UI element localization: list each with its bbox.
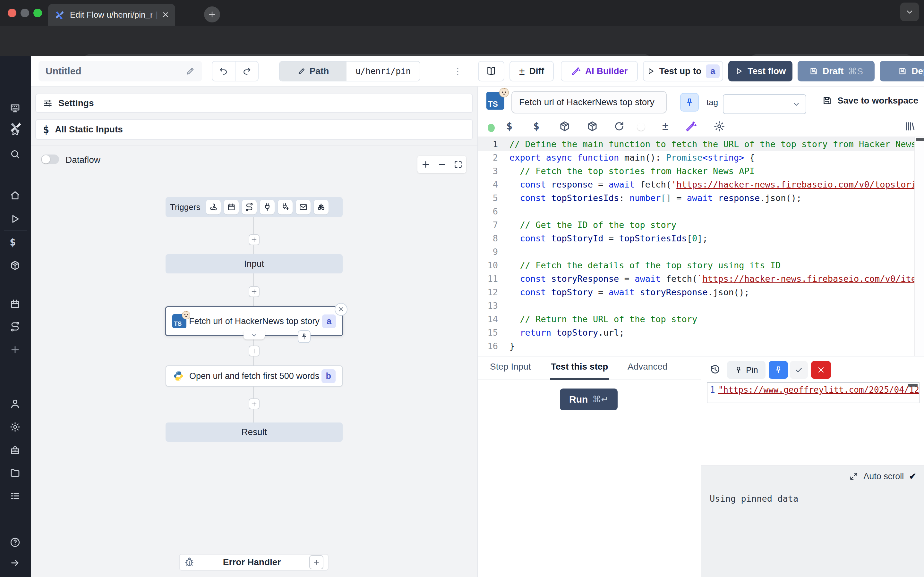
sidebar-item-runs[interactable] (10, 213, 21, 224)
triggers-node[interactable]: Triggers (166, 197, 342, 217)
tag-select[interactable] (723, 94, 806, 114)
new-tab-button[interactable] (204, 6, 220, 23)
minimize-window-button[interactable] (21, 9, 29, 17)
library-icon[interactable] (904, 121, 916, 132)
maximize-window-button[interactable] (33, 9, 42, 17)
edit-name-pencil-icon[interactable] (186, 66, 195, 76)
package-icon[interactable] (559, 121, 570, 132)
code-line-3[interactable]: 3 // Fetch the top stories from Hacker N… (478, 164, 924, 177)
input-node[interactable]: Input (166, 254, 342, 274)
sidebar-item-apps[interactable] (10, 103, 21, 114)
result-node[interactable]: Result (166, 422, 342, 442)
pinned-step-icon[interactable] (298, 330, 310, 343)
code-line-2[interactable]: 2export async function main(): Promise<s… (478, 151, 924, 164)
tab-step-input[interactable]: Step Input (490, 362, 531, 372)
diff-icon[interactable]: ± (662, 119, 669, 133)
sidebar-item-schedules[interactable] (10, 298, 21, 309)
code-line-6[interactable]: 6 (478, 205, 924, 218)
accept-pin-button[interactable] (790, 361, 808, 379)
editor-minimap[interactable] (914, 137, 924, 356)
code-line-11[interactable]: 11 const storyResponse = await fetch(`ht… (478, 272, 924, 285)
code-line-9[interactable]: 9 (478, 245, 924, 258)
insert-step-button[interactable] (249, 346, 260, 356)
flow-settings-card[interactable]: Settings (35, 93, 473, 113)
sidebar-item-home[interactable] (10, 190, 21, 201)
pin-toggle-button[interactable] (680, 93, 699, 111)
sidebar-item-search[interactable] (10, 149, 21, 160)
expand-step-chevron[interactable] (244, 331, 265, 340)
resource-icon[interactable]: $ (533, 121, 540, 131)
run-button[interactable]: Run ⌘↵ (560, 388, 618, 410)
step-b-node[interactable]: Open url and fetch first 500 words of ..… (166, 366, 342, 387)
code-line-13[interactable]: 13 (478, 299, 924, 312)
pinned-active-button[interactable] (769, 361, 788, 379)
diff-button[interactable]: ±Diff (509, 61, 554, 81)
websocket-trigger-icon[interactable] (260, 200, 275, 214)
pin-chip-button[interactable]: Pin (727, 361, 766, 379)
package-alt-icon[interactable] (586, 121, 598, 132)
settings-gear-icon[interactable] (714, 121, 725, 132)
sidebar-item-users[interactable] (10, 398, 21, 409)
save-to-workspace-button[interactable]: Save to workspace (822, 95, 918, 106)
expand-arrows-icon[interactable] (849, 472, 858, 481)
deploy-button[interactable]: Deploy (880, 61, 924, 81)
ai-wand-icon[interactable] (685, 121, 697, 132)
flow-name-field[interactable]: Untitled (39, 61, 202, 81)
sidebar-item-favorites[interactable] (10, 126, 21, 137)
sidebar-item-expand[interactable] (10, 558, 21, 568)
insert-step-button[interactable] (249, 398, 260, 409)
toolbar-kebab-icon[interactable] (453, 66, 463, 77)
step-name-input[interactable] (511, 91, 667, 113)
fit-view-icon[interactable] (454, 160, 463, 169)
webhook-trigger-icon[interactable] (206, 200, 221, 214)
draft-button[interactable]: Draft ⌘S (798, 61, 875, 81)
insert-step-button[interactable] (249, 286, 260, 297)
remove-pin-button[interactable] (811, 361, 831, 379)
browser-tab[interactable]: Edit Flow u/henri/pin_results | (48, 4, 175, 26)
poll-trigger-icon[interactable] (314, 200, 328, 214)
add-error-handler-button[interactable] (309, 555, 323, 569)
route-trigger-icon[interactable] (242, 200, 257, 214)
code-line-16[interactable]: 16} (478, 339, 924, 353)
history-icon[interactable] (710, 364, 720, 375)
variable-icon[interactable]: $ (506, 121, 512, 131)
zoom-out-icon[interactable] (437, 160, 447, 169)
sidebar-item-workers[interactable] (10, 445, 21, 456)
close-window-button[interactable] (8, 9, 16, 17)
docs-book-button[interactable] (478, 61, 504, 81)
sidebar-item-create[interactable] (10, 344, 21, 355)
sidebar-item-folders[interactable] (10, 467, 21, 478)
code-line-12[interactable]: 12 const topStory = await storyResponse.… (478, 285, 924, 299)
static-inputs-card[interactable]: $ All Static Inputs (35, 119, 473, 140)
code-line-5[interactable]: 5 const topStoriesIds: number[] = await … (478, 191, 924, 205)
sidebar-item-audit-logs[interactable] (10, 490, 21, 501)
sidebar-item-resources[interactable] (10, 260, 21, 271)
schedule-trigger-icon[interactable] (224, 200, 239, 214)
sidebar-item-settings[interactable] (10, 422, 21, 432)
insert-step-button[interactable] (249, 234, 260, 245)
tab-close-icon[interactable] (162, 11, 170, 19)
code-line-10[interactable]: 10 // Fetch the details of the top story… (478, 258, 924, 272)
sidebar-item-triggers[interactable] (10, 321, 21, 332)
code-line-7[interactable]: 7 // Get the ID of the top story (478, 218, 924, 231)
code-line-8[interactable]: 8 const topStoryId = topStoriesIds[0]; (478, 231, 924, 245)
reload-icon[interactable] (614, 121, 625, 132)
code-line-14[interactable]: 14 // Return the URL of the top story (478, 312, 924, 326)
error-handler-node[interactable]: Error Handler (179, 554, 328, 571)
test-flow-button[interactable]: Test flow (728, 61, 792, 81)
pinned-data-editor[interactable]: 1 "https://www.geoffreylitt.com/2025/04/… (707, 382, 919, 403)
undo-button[interactable] (212, 61, 235, 81)
code-line-1[interactable]: 1// Define the main function to fetch th… (478, 137, 924, 151)
tab-advanced[interactable]: Advanced (628, 362, 668, 372)
zoom-in-icon[interactable] (421, 160, 431, 169)
auto-scroll-control[interactable]: Auto scroll ✔ (849, 471, 916, 482)
path-chip[interactable]: Path u/henri/pin (279, 61, 420, 81)
code-editor[interactable]: 1// Define the main function to fetch th… (478, 137, 924, 356)
code-line-4[interactable]: 4 const response = await fetch('https://… (478, 177, 924, 191)
dataflow-toggle[interactable] (41, 155, 59, 164)
test-up-to-button[interactable]: Test up to a (643, 61, 723, 81)
code-line-15[interactable]: 15 return topStory.url; (478, 326, 924, 339)
sidebar-item-help[interactable] (10, 537, 21, 548)
window-chevron-button[interactable] (900, 3, 919, 21)
redo-button[interactable] (235, 61, 258, 81)
